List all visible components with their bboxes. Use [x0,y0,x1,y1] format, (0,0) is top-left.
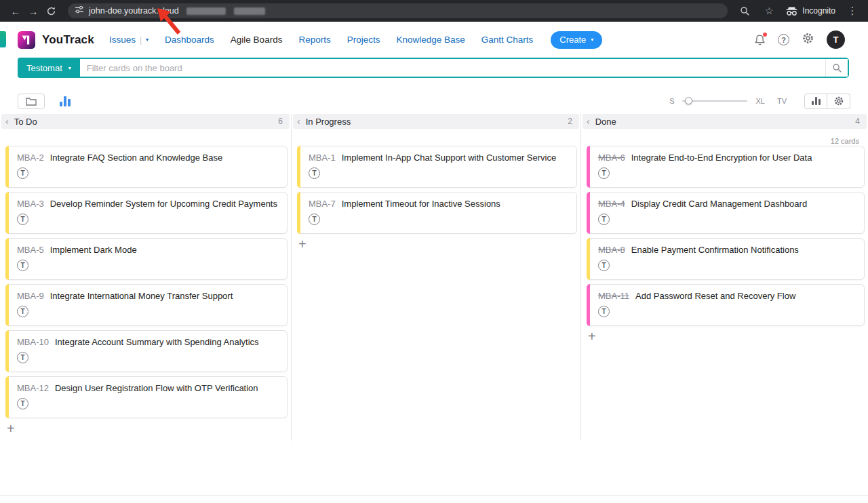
user-avatar[interactable]: T [827,31,845,49]
chevron-down-icon[interactable]: ▾ [146,37,149,43]
create-button-label: Create [559,35,586,45]
chevron-down-icon: ▾ [68,65,71,71]
nav-link-dashboards[interactable]: Dashboards [165,35,214,45]
assignee-avatar[interactable]: T [17,398,28,409]
assignee-avatar[interactable]: T [17,214,28,225]
card-title[interactable]: Develop Reminder System for Upcoming Cre… [50,199,277,209]
notifications-bell-icon[interactable] [754,34,766,46]
address-bar[interactable]: john-doe.youtrack.cloud [68,3,728,18]
slider-knob[interactable] [685,97,692,104]
youtrack-logo-icon[interactable] [18,31,35,49]
board-name: Testomat [26,63,62,73]
incognito-icon [786,7,797,16]
card-summary-line: MBA-8Enable Payment Confirmation Notific… [598,245,857,255]
card-title[interactable]: Implement Dark Mode [50,245,137,255]
nav-link-gantt-charts[interactable]: Gantt Charts [481,35,534,45]
card-title[interactable]: Integrate International Money Transfer S… [50,291,233,301]
settings-gear-icon[interactable] [802,32,814,47]
card-mba-4[interactable]: MBA-4Display Credit Card Management Dash… [587,192,865,234]
card-title[interactable]: Integrate Account Summary with Spending … [55,337,259,347]
card-title[interactable]: Add Password Reset and Recovery Flow [635,291,795,301]
assignee-avatar[interactable]: T [17,260,28,271]
card-mba-12[interactable]: MBA-12Design User Registration Flow with… [5,376,288,418]
column-header-to-do[interactable]: ‹To Do6 [1,114,290,129]
backlog-panel-button[interactable] [18,94,45,109]
assignee-avatar[interactable]: T [309,214,320,225]
create-button[interactable]: Create ▾ [551,31,602,49]
panel-edge-icon[interactable] [0,31,6,47]
card-title[interactable]: Implement Timeout for Inactive Sessions [342,199,500,209]
card-id[interactable]: MBA-5 [17,245,44,255]
card-id[interactable]: MBA-4 [598,199,625,209]
card-mba-3[interactable]: MBA-3Develop Reminder System for Upcomin… [5,192,288,234]
site-settings-icon[interactable] [75,5,84,17]
card-mba-11[interactable]: MBA-11Add Password Reset and Recovery Fl… [587,284,865,326]
board-selector-button[interactable]: Testomat ▾ [18,58,80,78]
search-button[interactable] [825,59,848,77]
card-mba-5[interactable]: MBA-5Implement Dark ModeT [5,238,288,280]
card-mba-8[interactable]: MBA-8Enable Payment Confirmation Notific… [587,238,865,280]
filter-cards-input[interactable] [79,59,825,77]
card-title[interactable]: Design User Registration Flow with OTP V… [55,383,258,393]
nav-link-agile-boards[interactable]: Agile Boards [231,35,283,45]
assignee-avatar[interactable]: T [598,306,610,317]
add-card-button[interactable]: + [588,330,601,342]
reload-icon[interactable] [43,3,58,18]
add-card-button[interactable]: + [298,238,312,250]
card-id[interactable]: MBA-7 [309,199,336,209]
card-id[interactable]: MBA-11 [598,291,629,301]
card-id[interactable]: MBA-6 [598,153,625,163]
card-mba-6[interactable]: MBA-6Integrate End-to-End Encryption for… [587,146,865,188]
chevron-down-icon: ▾ [591,37,593,43]
nav-link-projects[interactable]: Projects [347,35,380,45]
nav-link-reports[interactable]: Reports [298,35,330,45]
card-title[interactable]: Integrate FAQ Section and Knowledge Base [50,153,222,163]
assignee-avatar[interactable]: T [309,167,320,179]
browser-toolbar: ← → john-doe.youtrack.cloud ☆ Incognito … [0,0,868,22]
help-icon[interactable]: ? [778,34,789,45]
card-id[interactable]: MBA-1 [309,153,336,163]
assignee-avatar[interactable]: T [17,352,28,363]
card-id[interactable]: MBA-12 [17,383,49,393]
card-mba-7[interactable]: MBA-7Implement Timeout for Inactive Sess… [297,192,577,234]
column-header-done[interactable]: ‹Done4 [583,114,867,129]
board-settings-button[interactable] [827,94,850,109]
board-chart-button[interactable] [804,94,827,109]
card-mba-10[interactable]: MBA-10Integrate Account Summary with Spe… [5,330,288,372]
card-title[interactable]: Display Credit Card Management Dashboard [631,199,807,209]
back-icon[interactable]: ← [8,3,23,18]
chart-view-icon[interactable] [60,96,71,106]
url-text[interactable]: john-doe.youtrack.cloud [89,6,179,16]
card-id[interactable]: MBA-10 [17,337,49,347]
card-id[interactable]: MBA-2 [17,153,44,163]
collapse-column-icon[interactable]: ‹ [5,116,9,127]
card-size-slider[interactable] [682,100,747,102]
collapse-column-icon[interactable]: ‹ [587,116,590,127]
add-card-button[interactable]: + [7,422,20,435]
card-title[interactable]: Integrate End-to-End Encryption for User… [631,153,812,163]
tv-mode-label[interactable]: TV [777,97,787,105]
assignee-avatar[interactable]: T [17,167,28,179]
nav-link-issues[interactable]: Issues [109,35,136,45]
card-id[interactable]: MBA-8 [598,245,625,255]
card-id[interactable]: MBA-3 [17,199,44,209]
card-mba-9[interactable]: MBA-9Integrate International Money Trans… [5,284,288,326]
card-summary-line: MBA-3Develop Reminder System for Upcomin… [17,199,280,209]
forward-icon[interactable]: → [26,3,41,18]
bookmark-star-icon[interactable]: ☆ [762,3,776,18]
card-summary-line: MBA-12Design User Registration Flow with… [17,383,280,393]
assignee-avatar[interactable]: T [17,306,28,317]
nav-link-knowledge-base[interactable]: Knowledge Base [396,35,465,45]
column-header-in-progress[interactable]: ‹In Progress2 [293,114,579,129]
assignee-avatar[interactable]: T [598,167,610,179]
assignee-avatar[interactable]: T [598,260,610,271]
browser-menu-icon[interactable]: ⋮ [845,3,860,18]
card-id[interactable]: MBA-9 [17,291,44,301]
card-mba-1[interactable]: MBA-1Implement In-App Chat Support with … [297,146,577,188]
card-title[interactable]: Implement In-App Chat Support with Custo… [342,153,556,163]
assignee-avatar[interactable]: T [598,214,610,225]
collapse-column-icon[interactable]: ‹ [297,116,300,127]
card-mba-2[interactable]: MBA-2Integrate FAQ Section and Knowledge… [5,146,288,188]
card-title[interactable]: Enable Payment Confirmation Notification… [631,245,799,255]
zoom-search-icon[interactable] [737,3,752,18]
